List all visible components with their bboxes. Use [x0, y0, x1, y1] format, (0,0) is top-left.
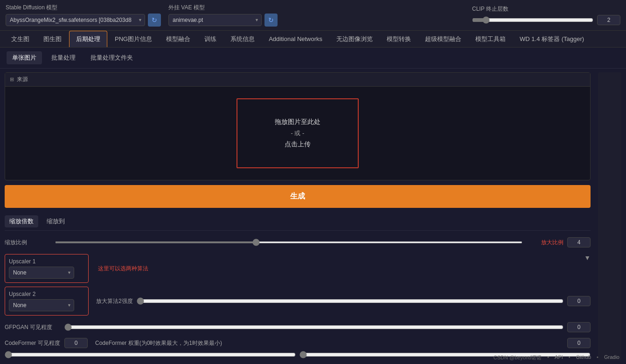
tab-model-convert[interactable]: 模型转换 [380, 31, 417, 47]
scale-max-label: 放大比例 [526, 239, 563, 247]
upscaler2-select[interactable]: None [9, 299, 74, 311]
tab-infinite-browse[interactable]: 无边图像浏览 [330, 31, 379, 47]
main-area: ⊞ 来源 拖放图片至此处 - 或 - 点击上传 生成 缩放倍数 缩放到 [0, 69, 626, 364]
right-panel [598, 72, 621, 360]
scale-ratio-label: 缩放比例 [5, 239, 51, 247]
source-header: ⊞ 来源 [5, 73, 590, 87]
sub-tabs: 单张图片 批量处理 批量处理文件夹 [0, 48, 626, 69]
sub-tab-single[interactable]: 单张图片 [7, 51, 42, 64]
top-bar: Stable Diffusion 模型 AbyssOrangeMix2_sfw.… [0, 0, 626, 31]
gfpgan-slider[interactable] [64, 323, 563, 331]
upload-dashed-box[interactable]: 拖放图片至此处 - 或 - 点击上传 [236, 98, 359, 168]
upscaler1-dropdown-icon: ▼ [584, 254, 591, 261]
codeformer-weight-value[interactable] [567, 338, 591, 348]
upscaler2-select-wrap: None [9, 299, 74, 311]
gfpgan-label: GFPGAN 可见程度 [5, 323, 61, 331]
sub-tab-batch-folder[interactable]: 批量处理文件夹 [85, 51, 139, 64]
source-icon: ⊞ [10, 76, 14, 82]
footer-csdn: CSDN @beyond诺诺 [494, 354, 542, 361]
upload-area[interactable]: 拖放图片至此处 - 或 - 点击上传 [5, 87, 590, 180]
upscaler1-select[interactable]: None [9, 267, 74, 279]
codeformer-value[interactable] [64, 338, 88, 348]
codeformer-visibility-slider[interactable] [5, 351, 296, 358]
footer-separator: • [547, 354, 549, 361]
model-select-wrap: AbyssOrangeMix2_sfw.safetensors [038ba20… [6, 14, 161, 27]
tab-additional-networks[interactable]: Additional Networks [262, 32, 329, 46]
upscaler2-box: Upscaler 2 None [5, 287, 89, 316]
vae-select-wrap: animevae.pt ↻ [168, 14, 278, 27]
footer-separator2: • [569, 354, 570, 361]
tab-model-tools[interactable]: 模型工具箱 [469, 31, 512, 47]
upscaler2-strength-label: 放大算法2强度 [96, 297, 133, 305]
gfpgan-value[interactable] [567, 322, 591, 332]
vae-label: 外挂 VAE 模型 [168, 4, 278, 12]
model-refresh-button[interactable]: ↻ [148, 14, 161, 27]
scale-ratio-row: 缩放比例 放大比例 [5, 234, 591, 250]
tab-img2img[interactable]: 图生图 [37, 31, 68, 47]
upscaler1-hint: 这里可以选两种算法 [98, 265, 148, 273]
model-select[interactable]: AbyssOrangeMix2_sfw.safetensors [038ba20… [6, 14, 145, 26]
footer-separator3: • [597, 354, 598, 361]
tab-txt2img[interactable]: 文生图 [5, 31, 36, 47]
upscaler2-row: Upscaler 2 None 放大算法2强度 [5, 287, 591, 316]
tab-tagger[interactable]: WD 1.4 标签器 (Tagger) [513, 31, 591, 47]
vae-select[interactable]: animevae.pt [168, 14, 262, 26]
source-section: ⊞ 来源 拖放图片至此处 - 或 - 点击上传 [5, 72, 591, 180]
footer: CSDN @beyond诺诺 • API • Github • Gradio [487, 351, 626, 364]
upload-click-text: 点击上传 [285, 140, 311, 149]
model-select-container: AbyssOrangeMix2_sfw.safetensors [038ba20… [6, 14, 145, 26]
model-section: Stable Diffusion 模型 AbyssOrangeMix2_sfw.… [6, 4, 161, 27]
clip-value-input[interactable] [597, 15, 620, 25]
scale-tabs: 缩放倍数 缩放到 [5, 213, 591, 231]
upscaler2-strength-area: 放大算法2强度 [96, 296, 591, 306]
upload-or-text: - 或 - [291, 129, 305, 137]
upscaler1-select-wrap: None [9, 267, 74, 279]
content-row: ⊞ 来源 拖放图片至此处 - 或 - 点击上传 生成 缩放倍数 缩放到 [5, 72, 621, 360]
scale-ratio-value[interactable] [567, 237, 591, 247]
clip-section: CLIP 终止层数 [472, 5, 620, 25]
upscaler2-label: Upscaler 2 [9, 291, 84, 297]
nav-tabs: 文生图 图生图 后期处理 PNG图片信息 模型融合 训练 系统信息 Additi… [0, 31, 626, 48]
clip-slider[interactable] [472, 16, 593, 24]
upscaler1-row: Upscaler 1 None 这里可以选两种算法 ▼ [5, 254, 591, 283]
sub-tab-batch[interactable]: 批量处理 [46, 51, 81, 64]
tab-extras[interactable]: 后期处理 [69, 31, 107, 47]
upscaler2-strength-value[interactable] [567, 296, 591, 306]
tab-png-info[interactable]: PNG图片信息 [108, 31, 159, 47]
tab-system-info[interactable]: 系统信息 [224, 31, 261, 47]
tab-model-merge[interactable]: 模型融合 [160, 31, 197, 47]
vae-section: 外挂 VAE 模型 animevae.pt ↻ [168, 4, 278, 27]
generate-button[interactable]: 生成 [5, 185, 591, 208]
vae-select-container: animevae.pt [168, 14, 262, 26]
upscaler1-label: Upscaler 1 [9, 258, 84, 265]
left-panel: ⊞ 来源 拖放图片至此处 - 或 - 点击上传 生成 缩放倍数 缩放到 [5, 72, 591, 360]
footer-gradio-link[interactable]: Gradio [604, 354, 619, 361]
upscaler2-strength-slider[interactable] [137, 297, 563, 305]
scale-ratio-slider[interactable] [55, 241, 522, 243]
clip-row [472, 15, 620, 25]
upload-drag-text: 拖放图片至此处 [275, 118, 320, 126]
footer-api-link[interactable]: API [555, 354, 563, 361]
codeformer-row: CodeFormer 可见程度 CodeFormer 权重(为0时效果最大，为1… [5, 335, 591, 351]
tab-train[interactable]: 训练 [198, 31, 223, 47]
model-label: Stable Diffusion 模型 [6, 4, 161, 12]
scale-tab-to[interactable]: 缩放到 [42, 215, 70, 227]
scale-tab-multiplier[interactable]: 缩放倍数 [5, 215, 38, 227]
tab-super-merge[interactable]: 超级模型融合 [418, 31, 468, 47]
clip-label: CLIP 终止层数 [472, 5, 620, 13]
codeformer-weight-label: CodeFormer 权重(为0时效果最大，为1时效果最小) [95, 339, 560, 347]
gfpgan-row: GFPGAN 可见程度 [5, 319, 591, 335]
vae-refresh-button[interactable]: ↻ [264, 14, 278, 27]
codeformer-label: CodeFormer 可见程度 [5, 339, 61, 347]
source-label: 来源 [17, 76, 28, 83]
upscaler1-box: Upscaler 1 None [5, 254, 89, 283]
footer-github-link[interactable]: Github [576, 354, 591, 361]
